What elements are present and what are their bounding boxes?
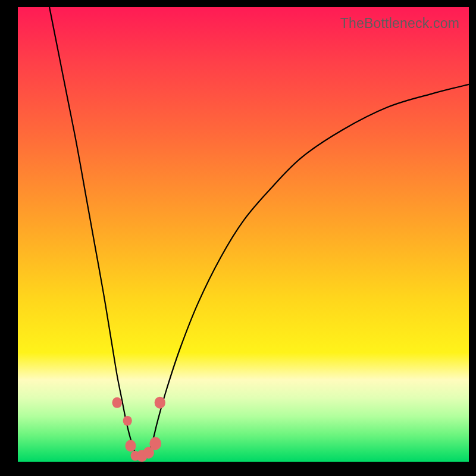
curve-marker — [125, 440, 136, 452]
curve-marker — [112, 397, 122, 408]
curve-marker — [155, 397, 165, 409]
curve-marker — [149, 437, 161, 450]
curve-marker — [123, 416, 132, 426]
marker-layer — [18, 7, 469, 462]
chart-plot-area: TheBottleneck.com — [18, 7, 469, 462]
marker-group — [112, 397, 165, 462]
